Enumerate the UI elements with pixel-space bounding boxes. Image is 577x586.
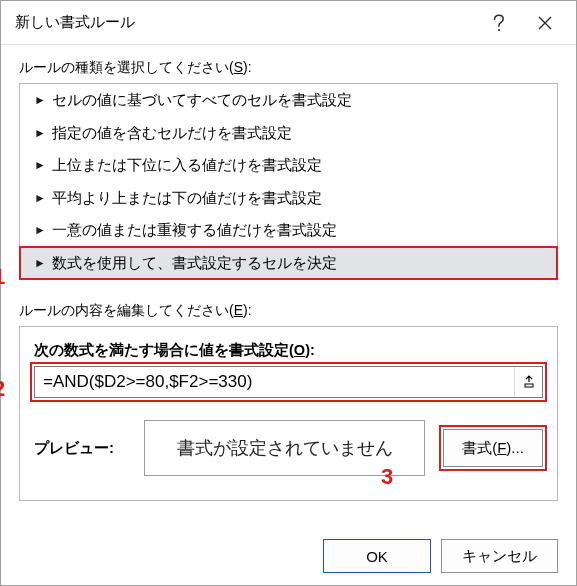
bullet-icon: ►: [34, 254, 46, 272]
dialog-title: 新しい書式ルール: [15, 13, 476, 32]
callout-3: 3: [381, 466, 393, 488]
ok-button[interactable]: OK: [323, 539, 431, 573]
bullet-icon: ►: [34, 156, 46, 174]
format-button[interactable]: 書式(F)...: [443, 429, 543, 467]
rule-type-label: 数式を使用して、書式設定するセルを決定: [52, 252, 337, 275]
help-icon: [491, 13, 507, 33]
rule-type-item-3[interactable]: ► 平均より上または下の値だけを書式設定: [20, 182, 557, 215]
edit-rule-content-label: ルールの内容を編集してください(E):: [19, 302, 558, 320]
help-button[interactable]: [476, 1, 522, 45]
dialog-content: 1 2 3 ルールの種類を選択してください(S): ► セルの値に基づいてすべて…: [1, 45, 576, 527]
rule-type-item-4[interactable]: ► 一意の値または重複する値だけを書式設定: [20, 214, 557, 247]
rule-type-label: 上位または下位に入る値だけを書式設定: [52, 154, 322, 177]
formula-input-row: [34, 366, 543, 398]
bullet-icon: ►: [34, 189, 46, 207]
rule-type-label: セルの値に基づいてすべてのセルを書式設定: [52, 89, 352, 112]
svg-rect-1: [525, 384, 533, 387]
rule-type-item-0[interactable]: ► セルの値に基づいてすべてのセルを書式設定: [20, 84, 557, 117]
select-rule-type-label: ルールの種類を選択してください(S):: [19, 59, 558, 77]
preview-label: プレビュー:: [34, 439, 126, 458]
callout-2: 2: [0, 378, 5, 400]
callout-1: 1: [0, 266, 5, 288]
rule-type-item-1[interactable]: ► 指定の値を含むセルだけを書式設定: [20, 117, 557, 150]
formula-condition-label: 次の数式を満たす場合に値を書式設定(O):: [34, 341, 543, 360]
bullet-icon: ►: [34, 124, 46, 142]
collapse-icon: [522, 375, 536, 389]
svg-point-0: [498, 28, 500, 30]
collapse-dialog-button[interactable]: [514, 367, 542, 397]
bullet-icon: ►: [34, 221, 46, 239]
preview-text: 書式が設定されていません: [177, 436, 393, 460]
rule-type-item-2[interactable]: ► 上位または下位に入る値だけを書式設定: [20, 149, 557, 182]
close-icon: [538, 16, 552, 30]
dialog-footer: OK キャンセル: [1, 527, 576, 585]
preview-row: プレビュー: 書式が設定されていません 書式(F)...: [34, 412, 543, 494]
formula-input[interactable]: [35, 367, 514, 397]
rule-type-label: 指定の値を含むセルだけを書式設定: [52, 122, 292, 145]
rule-type-label: 一意の値または重複する値だけを書式設定: [52, 219, 337, 242]
edit-rule-group: 次の数式を満たす場合に値を書式設定(O): プレビュー: 書式が設定されていませ…: [19, 326, 558, 501]
titlebar: 新しい書式ルール: [1, 1, 576, 45]
rule-type-item-5[interactable]: ► 数式を使用して、書式設定するセルを決定: [20, 247, 557, 280]
rule-type-label: 平均より上または下の値だけを書式設定: [52, 187, 322, 210]
bullet-icon: ►: [34, 91, 46, 109]
cancel-button[interactable]: キャンセル: [441, 539, 558, 573]
new-format-rule-dialog: 新しい書式ルール 1 2 3 ルールの種類を選択してください(S): ► セルの…: [0, 0, 577, 586]
close-button[interactable]: [522, 1, 568, 45]
rule-type-list: ► セルの値に基づいてすべてのセルを書式設定 ► 指定の値を含むセルだけを書式設…: [19, 83, 558, 280]
